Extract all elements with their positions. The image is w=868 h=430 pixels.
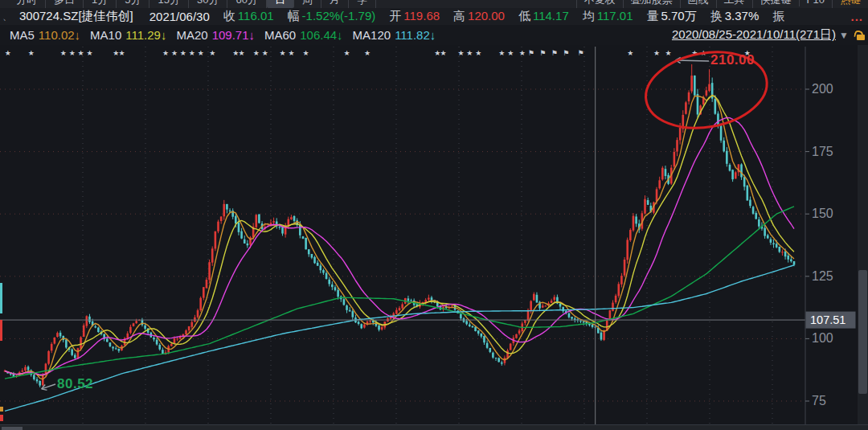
event-star-marker[interactable]: ★: [475, 49, 481, 57]
event-flag-marker[interactable]: ⚑: [563, 49, 569, 57]
event-flag-marker[interactable]: ⚑: [539, 49, 546, 57]
event-star-marker[interactable]: ★: [440, 49, 447, 57]
y-axis-tick: 150: [812, 207, 833, 220]
left-edge-clipped-mark: [0, 407, 3, 412]
ma-indicator-bar: MA5110.02↓MA10111.29↓MA20109.71↓MA60106.…: [0, 25, 868, 45]
ma-value-MA10: MA10111.29↓: [90, 28, 166, 42]
quote-field-低: 低114.17: [518, 9, 569, 24]
event-star-marker[interactable]: ★: [5, 49, 11, 57]
event-star-marker[interactable]: ★: [60, 49, 67, 57]
y-axis-tick: 125: [812, 269, 833, 283]
event-star-marker[interactable]: ★: [627, 49, 633, 57]
quote-field-量: 量5.70万: [646, 9, 696, 24]
ma-value-MA60: MA60106.44↓: [264, 28, 343, 42]
event-flag-marker[interactable]: ⚑: [528, 49, 534, 57]
event-flag-marker[interactable]: ⚑: [551, 49, 558, 57]
quote-field-换: 换3.37%: [710, 9, 760, 24]
menu-item-F10[interactable]: F10: [799, 0, 832, 6]
event-star-marker[interactable]: ★: [162, 49, 169, 57]
event-star-marker[interactable]: ★: [466, 49, 473, 57]
menu-item-热键[interactable]: 热键: [832, 0, 868, 8]
event-star-marker[interactable]: ★: [653, 49, 660, 57]
ma-value-MA5: MA5110.02↓: [10, 28, 80, 42]
event-star-marker[interactable]: ★: [86, 49, 92, 57]
period-tab-多日[interactable]: 多日: [46, 0, 84, 8]
quote-field-幅: 幅-1.52%(-1.79): [288, 9, 376, 24]
chevron-down-icon[interactable]: ▼: [839, 30, 849, 41]
menu-item-快捷键[interactable]: 快捷键: [752, 0, 799, 8]
left-edge-clipped-candle: [0, 320, 2, 341]
event-star-marker[interactable]: ★: [198, 49, 204, 57]
period-tab-60分[interactable]: 60分: [227, 0, 266, 8]
overflow-ellipsis[interactable]: ...: [850, 10, 863, 23]
corner-mark: 、: [2, 10, 12, 23]
ma-value-MA20: MA20109.71↓: [176, 28, 255, 42]
event-star-marker[interactable]: ★: [69, 49, 76, 57]
quote-info-bar: 、 300724.SZ[捷佳伟创] 2021/06/30 收116.01幅-1.…: [0, 8, 868, 25]
event-star-marker[interactable]: ★: [171, 49, 178, 57]
scrollbar-thumb[interactable]: [858, 270, 867, 394]
period-tab-周[interactable]: 周: [294, 0, 321, 8]
period-tab-季[interactable]: 季: [349, 0, 376, 8]
right-scrollbar[interactable]: [858, 45, 868, 424]
period-tab-15分[interactable]: 15分: [149, 0, 188, 8]
event-star-marker[interactable]: ★: [364, 49, 371, 57]
pane-splitter[interactable]: [0, 424, 868, 430]
event-star-marker[interactable]: ★: [262, 49, 268, 57]
y-axis-tick: 175: [812, 145, 833, 158]
period-tab-30分[interactable]: 30分: [189, 0, 227, 8]
date-range-selector[interactable]: 2020/08/25-2021/10/11(271日): [672, 27, 836, 43]
menu-item-叠加股票[interactable]: 叠加股票: [623, 0, 680, 8]
event-star-marker[interactable]: ★: [280, 49, 286, 57]
period-tab-1分[interactable]: 1分: [84, 0, 117, 8]
event-star-marker[interactable]: ★: [507, 49, 514, 57]
event-star-marker[interactable]: ★: [189, 49, 195, 57]
event-star-marker[interactable]: ★: [118, 49, 125, 57]
quote-field-振: 振: [772, 9, 787, 24]
event-star-marker[interactable]: ★: [519, 49, 526, 57]
left-edge-clipped-candle: [0, 283, 2, 313]
quote-field-开: 开119.68: [389, 9, 440, 24]
period-tab-日[interactable]: 日: [267, 0, 294, 8]
left-edge-clipped-mark: [0, 415, 3, 421]
event-star-marker[interactable]: ★: [239, 49, 245, 57]
splitter-grip[interactable]: [2, 427, 23, 430]
quote-date: 2021/06/30: [149, 10, 210, 23]
period-tab-5分[interactable]: 5分: [117, 0, 149, 8]
event-star-marker[interactable]: ★: [253, 49, 260, 57]
event-star-marker[interactable]: ★: [498, 49, 505, 57]
annotation-high-price: 210.00: [710, 52, 755, 68]
event-star-marker[interactable]: ★: [303, 49, 309, 57]
event-star-marker[interactable]: ★: [288, 49, 294, 57]
period-tab-分时[interactable]: 分时: [8, 0, 46, 8]
menu-item-画线[interactable]: 画线: [680, 0, 716, 8]
event-star-marker[interactable]: ★: [78, 49, 84, 57]
event-star-marker[interactable]: ★: [457, 49, 464, 57]
unlock-icon[interactable]: [854, 31, 865, 40]
event-star-marker[interactable]: ★: [344, 49, 350, 57]
ma-value-MA120: MA120111.82↓: [353, 28, 436, 42]
quote-field-均: 均117.01: [583, 9, 633, 24]
event-star-marker[interactable]: ★: [209, 49, 215, 57]
stock-chart-window: { "top_menu": { "tabs": [ {"label":"分时",…: [0, 0, 868, 430]
current-price-badge: 107.51: [810, 313, 845, 326]
y-axis-tick: 100: [812, 331, 833, 345]
event-flag-marker[interactable]: ⚑: [577, 49, 583, 57]
menu-item-工具[interactable]: 工具: [716, 0, 752, 8]
quote-field-高: 高120.00: [453, 9, 505, 24]
event-star-marker[interactable]: ★: [28, 49, 35, 57]
event-star-marker[interactable]: ★: [665, 49, 672, 57]
quote-field-收: 收116.01: [223, 9, 274, 24]
event-star-marker[interactable]: ★: [180, 49, 186, 57]
menu-item-不复权[interactable]: 不复权: [576, 0, 623, 8]
annotation-low-price: 80.52: [57, 376, 93, 392]
period-tab-月[interactable]: 月: [321, 0, 349, 8]
y-axis-tick: 75: [812, 394, 826, 407]
symbol-label[interactable]: 300724.SZ[捷佳伟创]: [19, 9, 133, 24]
y-axis-tick: 200: [812, 82, 833, 96]
